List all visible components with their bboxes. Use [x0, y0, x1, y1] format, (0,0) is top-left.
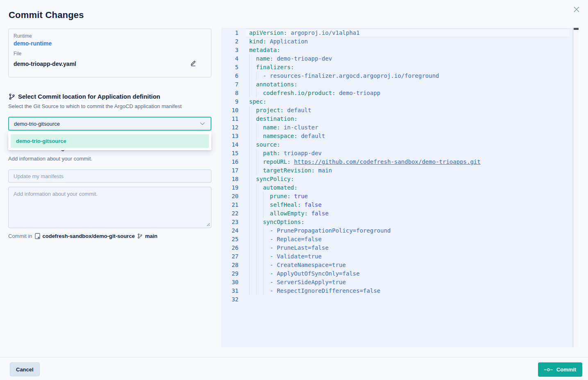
- code-line: - Validate=true: [249, 252, 570, 261]
- code-line: name: demo-trioapp-dev: [249, 54, 570, 63]
- line-number: 18: [221, 175, 238, 183]
- line-number: 8: [221, 89, 238, 97]
- code-line: - resources-finalizer.argocd.argoproj.io…: [249, 72, 570, 80]
- line-number: 14: [221, 140, 238, 149]
- commit-button[interactable]: Commit: [538, 362, 582, 377]
- cancel-button[interactable]: Cancel: [10, 362, 40, 376]
- line-number: 17: [221, 166, 238, 175]
- repository-icon: [35, 233, 40, 239]
- line-number: 30: [221, 278, 238, 287]
- line-number: 11: [221, 115, 238, 123]
- code-line: - PrunePropagationPolicy=foreground: [249, 226, 570, 235]
- code-line: finalizers:: [249, 63, 570, 72]
- code-line: automated:: [249, 183, 570, 192]
- code-line: path: trioapp-dev: [249, 149, 570, 158]
- runtime-value: demo-runtime: [14, 40, 206, 47]
- gitsource-select-value: demo-trio-gitsource: [14, 121, 60, 127]
- code-line: source:: [249, 140, 570, 149]
- commit-message-subheading: Add information about your commit.: [8, 156, 92, 162]
- code-line: metadata:: [249, 46, 570, 54]
- code-line: repoURL: https://github.com/codefresh-sa…: [249, 158, 570, 166]
- close-icon: [573, 6, 580, 13]
- gitsource-dropdown-menu: demo-trio-gitsource: [8, 132, 211, 150]
- pencil-icon: [190, 60, 196, 66]
- commit-description-textarea[interactable]: [8, 187, 211, 228]
- editor-line-numbers: 1234567891011121314151617181920212223242…: [221, 29, 238, 304]
- line-number: 3: [221, 46, 238, 54]
- commit-target-repo: codefresh-sandbox/demo-git-source: [43, 233, 135, 239]
- code-line: annotations:: [249, 80, 570, 89]
- runtime-file-card: Runtime demo-runtime File demo-trioapp-d…: [8, 29, 211, 77]
- line-number: 5: [221, 63, 238, 72]
- code-line: destination:: [249, 115, 570, 123]
- commit-target-branch: main: [145, 233, 157, 239]
- line-number: 27: [221, 252, 238, 261]
- code-line: - ApplyOutOfSyncOnly=false: [249, 269, 570, 278]
- line-number: 24: [221, 226, 238, 235]
- line-number: 26: [221, 244, 238, 252]
- gitsource-select[interactable]: demo-trio-gitsource: [8, 117, 211, 131]
- line-number: 28: [221, 261, 238, 269]
- code-line: - CreateNamespace=true: [249, 261, 570, 269]
- code-line: kind: Application: [249, 37, 570, 46]
- file-label: File: [14, 51, 206, 57]
- commit-location-subheading: Select the Git Source to which to commit…: [8, 103, 182, 109]
- code-line: prune: true: [249, 192, 570, 201]
- code-line: codefresh.io/product: demo-trioapp: [249, 89, 570, 97]
- line-number: 21: [221, 201, 238, 209]
- gitsource-option[interactable]: demo-trio-gitsource: [11, 134, 209, 148]
- code-line: [249, 295, 570, 304]
- code-line: - ServerSideApply=true: [249, 278, 570, 287]
- line-number: 2: [221, 37, 238, 46]
- line-number: 7: [221, 80, 238, 89]
- code-line: namespace: default: [249, 132, 570, 140]
- line-number: 10: [221, 106, 238, 115]
- file-value: demo-trioapp-dev.yaml: [14, 61, 76, 67]
- close-button[interactable]: [570, 4, 583, 16]
- line-number: 19: [221, 183, 238, 192]
- code-line: project: default: [249, 106, 570, 115]
- code-line: name: in-cluster: [249, 123, 570, 132]
- code-line: selfHeal: false: [249, 201, 570, 209]
- line-number: 22: [221, 209, 238, 218]
- editor-scrollbar[interactable]: [573, 28, 578, 347]
- commit-location-heading: Select Commit location for Application d…: [9, 93, 160, 100]
- line-number: 12: [221, 123, 238, 132]
- line-number: 20: [221, 192, 238, 201]
- editor-scrollbar-thumb[interactable]: [574, 28, 579, 30]
- code-line: syncOptions:: [249, 218, 570, 226]
- code-line: - RespectIgnoreDifferences=false: [249, 287, 570, 295]
- git-branch-icon: [9, 93, 15, 100]
- line-number: 31: [221, 287, 238, 295]
- commit-summary-input[interactable]: [8, 170, 211, 183]
- line-number: 13: [221, 132, 238, 140]
- commit-target-row: Commit in codefresh-sandbox/demo-git-sou…: [8, 233, 157, 239]
- line-number: 32: [221, 295, 238, 304]
- branch-icon: [137, 233, 143, 239]
- repo-url-link[interactable]: https://github.com/codefresh-sandbox/dem…: [294, 158, 481, 165]
- line-number: 25: [221, 235, 238, 244]
- line-number: 29: [221, 269, 238, 278]
- commit-in-label: Commit in: [8, 233, 32, 239]
- code-line: apiVersion: argoproj.io/v1alpha1: [246, 29, 570, 37]
- page-title: Commit Changes: [9, 10, 84, 20]
- code-line: syncPolicy:: [249, 175, 570, 183]
- code-line: targetRevision: main: [249, 166, 570, 175]
- runtime-label: Runtime: [14, 33, 206, 39]
- line-number: 9: [221, 97, 238, 106]
- commit-location-heading-text: Select Commit location for Application d…: [18, 93, 160, 100]
- line-number: 16: [221, 158, 238, 166]
- line-number: 1: [221, 29, 238, 37]
- code-line: - PruneLast=false: [249, 244, 570, 252]
- chevron-down-icon: [200, 122, 205, 125]
- modal-footer: Cancel Commit: [0, 357, 588, 380]
- code-line: allowEmpty: false: [249, 209, 570, 218]
- code-line: spec:: [249, 97, 570, 106]
- line-number: 15: [221, 149, 238, 158]
- git-commit-icon: [544, 368, 553, 372]
- yaml-editor[interactable]: 1234567891011121314151617181920212223242…: [221, 28, 573, 347]
- code-line: - Replace=false: [249, 235, 570, 244]
- commit-button-label: Commit: [556, 366, 576, 373]
- line-number: 6: [221, 72, 238, 80]
- edit-file-button[interactable]: [189, 59, 197, 68]
